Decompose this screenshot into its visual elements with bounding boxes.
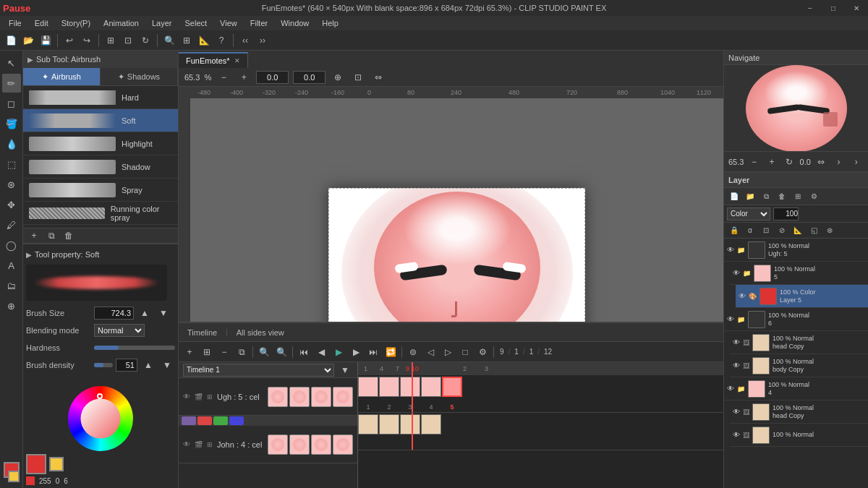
add-tool-btn[interactable]: + bbox=[26, 228, 42, 244]
nav-right-btn[interactable]: ›› bbox=[255, 33, 271, 48]
brush-spray[interactable]: Spray bbox=[23, 179, 178, 202]
layer-panel-btn[interactable]: 🗂 bbox=[2, 276, 21, 295]
tab-shadows[interactable]: ✦ Shadows bbox=[101, 68, 178, 85]
menu-file[interactable]: File bbox=[3, 17, 27, 29]
layer-6-folder[interactable]: 👁 📁 100 % Normal6 bbox=[724, 308, 868, 331]
density-up[interactable]: ▲ bbox=[140, 357, 156, 373]
layer-ruler-btn[interactable]: 📐 bbox=[791, 224, 805, 237]
menu-layer[interactable]: Layer bbox=[146, 17, 178, 29]
density-slider[interactable] bbox=[94, 363, 113, 367]
menu-animation[interactable]: Animation bbox=[98, 17, 145, 29]
tl-first-frame[interactable]: ⏮ bbox=[296, 344, 312, 360]
layer-copy-btn[interactable]: ⧉ bbox=[759, 190, 773, 203]
move-tool[interactable]: ✥ bbox=[2, 195, 21, 214]
y-coord-input[interactable] bbox=[293, 71, 326, 84]
layer-vis-color5[interactable]: 👁 bbox=[739, 292, 746, 300]
brush-running[interactable]: Running color spray bbox=[23, 202, 178, 225]
layer-merge-btn[interactable]: ⊞ bbox=[791, 190, 805, 203]
tl-vis-icon-2[interactable]: 👁 bbox=[183, 440, 190, 448]
blend-mode-select[interactable]: Normal bbox=[94, 324, 145, 337]
nav-zoom-out[interactable]: − bbox=[746, 154, 761, 170]
zoom-out-btn[interactable]: − bbox=[216, 69, 231, 85]
layer-lock-btn[interactable]: 🔒 bbox=[727, 224, 741, 237]
all-sides-btn[interactable]: All sides view bbox=[234, 327, 287, 338]
layer-opacity-input[interactable] bbox=[773, 207, 799, 221]
brush-size-up[interactable]: ▲ bbox=[137, 305, 153, 321]
tl-onion-skin[interactable]: ⊚ bbox=[405, 344, 421, 360]
open-btn[interactable]: 📂 bbox=[20, 33, 36, 48]
layer-settings-btn[interactable]: ⚙ bbox=[807, 190, 821, 203]
nav-rotate-reset[interactable]: ↻ bbox=[782, 154, 796, 170]
tl-play[interactable]: ▶ bbox=[331, 344, 346, 360]
layer-color-5[interactable]: 👁 🎨 100 % ColorLayer 5 bbox=[736, 285, 868, 308]
canvas-tab-funemotes[interactable]: FunEmotes* ✕ bbox=[179, 52, 248, 68]
eraser-tool[interactable]: ◻ bbox=[2, 94, 21, 113]
tl-loop[interactable]: 🔁 bbox=[383, 344, 399, 360]
ruler-btn[interactable]: 📐 bbox=[196, 33, 212, 48]
layer-vis-hc2[interactable]: 👁 bbox=[733, 408, 740, 416]
tl-onion-next[interactable]: ▷ bbox=[440, 344, 456, 360]
maximize-btn[interactable]: □ bbox=[822, 0, 845, 16]
tl-light-table[interactable]: □ bbox=[457, 344, 473, 360]
brush-highlight[interactable]: Highlight bbox=[23, 132, 178, 155]
layer-vis-6[interactable]: 👁 bbox=[727, 315, 734, 323]
scale-btn[interactable]: ⊡ bbox=[120, 33, 136, 48]
timeline-select[interactable]: Timeline 1 bbox=[183, 364, 334, 377]
flip-h-btn[interactable]: ⇔ bbox=[370, 69, 386, 85]
copy-tool-btn[interactable]: ⧉ bbox=[43, 228, 59, 244]
nav-more[interactable]: › bbox=[849, 154, 864, 170]
select-tool[interactable]: ⬚ bbox=[2, 155, 21, 174]
brush-shadow[interactable]: Shadow bbox=[23, 155, 178, 179]
layer-folder-btn[interactable]: 📁 bbox=[743, 190, 757, 203]
color-wheel[interactable] bbox=[68, 386, 133, 451]
foreground-swatch[interactable] bbox=[26, 454, 46, 474]
eyedrop-tool[interactable]: 💧 bbox=[2, 134, 21, 153]
tab-airbrush[interactable]: ✦ Airbrush bbox=[23, 68, 101, 85]
layer-normal[interactable]: 👁 🖼 100 % Normal bbox=[730, 424, 868, 447]
density-down[interactable]: ▼ bbox=[159, 357, 175, 373]
help-icon-btn[interactable]: ? bbox=[213, 33, 229, 48]
reset-view-btn[interactable]: ⊕ bbox=[330, 69, 346, 85]
zoom-tool[interactable]: ⊕ bbox=[2, 296, 21, 315]
layer-tone-btn[interactable]: ◱ bbox=[807, 224, 821, 237]
menu-view[interactable]: View bbox=[214, 17, 243, 29]
background-color[interactable] bbox=[8, 471, 20, 482]
background-swatch[interactable] bbox=[49, 457, 64, 471]
menu-window[interactable]: Window bbox=[275, 17, 315, 29]
layer-ref-btn[interactable]: ⊛ bbox=[822, 224, 837, 237]
save-btn[interactable]: 💾 bbox=[38, 33, 54, 48]
density-input[interactable] bbox=[116, 359, 137, 372]
layer-vis-5[interactable]: 👁 bbox=[733, 269, 740, 277]
tl-next-frame[interactable]: ▶ bbox=[348, 344, 364, 360]
nav-left-btn[interactable]: ‹‹ bbox=[237, 33, 253, 48]
transform-btn[interactable]: ⊞ bbox=[103, 33, 119, 48]
tl-add-frame[interactable]: ⊞ bbox=[199, 344, 215, 360]
fit-view-btn[interactable]: ⊡ bbox=[350, 69, 366, 85]
close-btn[interactable]: ✕ bbox=[845, 0, 868, 16]
cursor-tool[interactable]: ↖ bbox=[2, 53, 21, 72]
delete-tool-btn[interactable]: 🗑 bbox=[61, 228, 77, 244]
brush-hard[interactable]: Hard bbox=[23, 86, 178, 109]
tl-lock-icon-1[interactable]: 🎬 bbox=[195, 393, 203, 401]
layer-vis-norm[interactable]: 👁 bbox=[733, 431, 740, 439]
layer-head-copy2[interactable]: 👁 🖼 100 % Normalhead Copy bbox=[730, 401, 868, 424]
tl-onion-prev[interactable]: ◁ bbox=[422, 344, 438, 360]
layer-vis-4[interactable]: 👁 bbox=[727, 385, 734, 393]
layer-mask-btn[interactable]: ⊘ bbox=[775, 224, 789, 237]
layer-vis-ugh5[interactable]: 👁 bbox=[727, 246, 734, 254]
zoom-in-btn[interactable]: 🔍 bbox=[161, 33, 177, 48]
new-btn[interactable]: 📄 bbox=[3, 33, 19, 48]
layer-vis-hc[interactable]: 👁 bbox=[733, 338, 740, 346]
layer-blend-select[interactable]: Color bbox=[727, 207, 770, 221]
brush-size-input[interactable] bbox=[94, 307, 134, 320]
grid-btn[interactable]: ⊞ bbox=[179, 33, 195, 48]
brush-tool[interactable]: ✏ bbox=[2, 74, 21, 93]
timeline-track-ugh[interactable]: 👁 🎬 ⊞ Ugh : 5 : cel bbox=[179, 378, 357, 416]
canvas-tab-close[interactable]: ✕ bbox=[234, 57, 240, 64]
undo-btn[interactable]: ↩ bbox=[61, 33, 77, 48]
nav-zoom-in[interactable]: + bbox=[765, 154, 779, 170]
redo-btn[interactable]: ↪ bbox=[79, 33, 95, 48]
nav-settings[interactable]: › bbox=[831, 154, 846, 170]
timeline-track-john[interactable]: 👁 🎬 ⊞ John : 4 : cel bbox=[179, 426, 357, 463]
tl-last-frame[interactable]: ⏭ bbox=[365, 344, 381, 360]
